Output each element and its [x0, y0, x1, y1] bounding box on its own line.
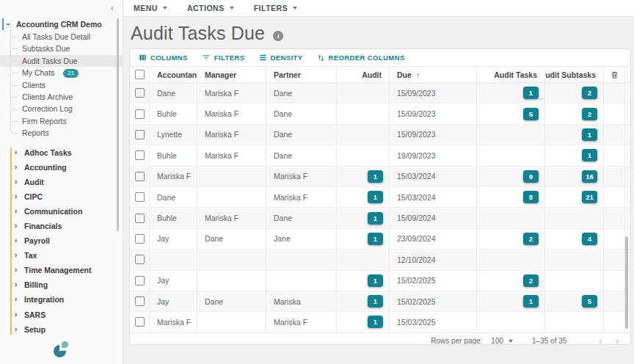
- audit-subtasks-count-badge[interactable]: 16: [582, 170, 597, 183]
- reorder-columns-button[interactable]: REORDER COLUMNS: [317, 54, 405, 62]
- column-header-manager[interactable]: Manager: [197, 67, 266, 82]
- audit-subtasks-count-badge[interactable]: 1: [582, 149, 597, 161]
- table-row[interactable]: Buhle Mariska F Dane 15/09/2023 5 2: [130, 103, 630, 124]
- audit-subtasks-count-badge[interactable]: 5: [582, 295, 597, 307]
- audit-tasks-count-badge[interactable]: 8: [523, 191, 539, 203]
- audit-count-badge[interactable]: 1: [368, 191, 383, 203]
- table-row[interactable]: Dane Mariska F 1 15/03/2024 8 21: [130, 187, 630, 208]
- column-header-delete[interactable]: [604, 67, 625, 82]
- sidebar-section[interactable]: › Communication: [0, 204, 123, 219]
- table-row[interactable]: Jay Dane Mariska 1 15/02/2025 1 5: [130, 291, 630, 312]
- table-row[interactable]: Jay 1 15/02/2025 2: [130, 271, 630, 291]
- row-checkbox[interactable]: [135, 234, 145, 244]
- sidebar-section[interactable]: › SARS: [0, 307, 123, 322]
- sidebar-section[interactable]: › Tax: [0, 248, 123, 263]
- audit-count-badge[interactable]: 1: [368, 316, 383, 328]
- audit-tasks-count-badge[interactable]: 9: [523, 170, 539, 183]
- audit-subtasks-count-badge[interactable]: 2: [582, 87, 597, 99]
- sidebar-section[interactable]: › Integration: [0, 292, 123, 307]
- table-row[interactable]: Buhle Mariska F Dane 19/09/2023 1: [130, 145, 630, 166]
- column-header-audit[interactable]: Audit: [337, 67, 390, 82]
- audit-tasks-count-badge[interactable]: 5: [523, 108, 539, 120]
- audit-tasks-count-badge[interactable]: 2: [523, 233, 539, 245]
- columns-button[interactable]: COLUMNS: [139, 54, 188, 62]
- column-header-accountant[interactable]: Accountant: [150, 67, 197, 82]
- audit-count-badge[interactable]: 1: [368, 233, 383, 245]
- next-page-button[interactable]: ›: [616, 336, 619, 345]
- sidebar-item[interactable]: Audit Tasks Due: [0, 55, 123, 67]
- row-checkbox[interactable]: [135, 88, 145, 98]
- select-all-checkbox[interactable]: [135, 70, 145, 79]
- table-row[interactable]: 12/10/2024: [130, 250, 630, 270]
- info-icon[interactable]: i: [273, 31, 283, 41]
- row-checkbox[interactable]: [135, 317, 145, 327]
- table-row[interactable]: Jay Dane Jane 1 23/09/2024 2 4: [130, 229, 630, 250]
- row-checkbox-cell: [130, 208, 150, 228]
- audit-count-badge[interactable]: 1: [368, 170, 383, 183]
- column-header-audit-tasks[interactable]: Audit Tasks: [477, 67, 545, 82]
- row-checkbox[interactable]: [135, 192, 145, 202]
- table-scrollbar[interactable]: [625, 236, 628, 329]
- sidebar-section[interactable]: › Accounting: [0, 160, 123, 175]
- sidebar-section[interactable]: › Billing: [0, 277, 123, 292]
- filters-dropdown[interactable]: FILTERS: [254, 4, 297, 12]
- manager-cell: [197, 312, 266, 332]
- sidebar-section[interactable]: › Adhoc Tasks: [0, 145, 123, 160]
- column-header-audit-subtasks[interactable]: Audit Subtasks: [545, 67, 604, 82]
- sidebar-item-label: Subtasks Due: [22, 44, 70, 53]
- row-checkbox[interactable]: [135, 109, 145, 119]
- audit-tasks-count-badge[interactable]: 1: [523, 87, 539, 99]
- audit-subtasks-count-badge[interactable]: 21: [582, 191, 597, 203]
- sidebar-section[interactable]: › CIPC: [0, 189, 123, 204]
- sidebar-item[interactable]: Correction Log: [0, 103, 123, 114]
- table-row[interactable]: Lynette Mariska F Dane 15/09/2023 1: [130, 125, 630, 145]
- sidebar-section[interactable]: › Setup: [0, 322, 123, 337]
- sidebar-item[interactable]: Firm Reports: [0, 115, 123, 127]
- table-row[interactable]: Mariska F Mariska F 1 15/03/2024 9 16: [130, 167, 630, 187]
- row-checkbox[interactable]: [135, 130, 145, 139]
- sidebar-section-label: Communication: [24, 207, 82, 216]
- audit-count-badge[interactable]: 1: [368, 274, 383, 287]
- row-checkbox[interactable]: [135, 276, 145, 285]
- sidebar-item[interactable]: Subtasks Due: [0, 43, 123, 54]
- table-row[interactable]: Dane Mariska F Dane 15/09/2023 1 2: [130, 83, 630, 103]
- audit-tasks-count-badge[interactable]: 1: [523, 295, 539, 307]
- filters-button[interactable]: FILTERS: [202, 54, 245, 62]
- column-header-due[interactable]: Due ↑: [390, 67, 477, 82]
- table-row[interactable]: Buhle Mariska F Dane 1 15/09/2024: [130, 208, 630, 228]
- sidebar-item[interactable]: My Chats 21: [0, 67, 123, 79]
- audit-count-badge[interactable]: 1: [368, 212, 383, 225]
- sidebar-item[interactable]: Clients: [0, 79, 123, 91]
- row-checkbox[interactable]: [135, 214, 145, 223]
- rows-per-page-select[interactable]: 100: [491, 337, 513, 345]
- audit-subtasks-count-badge[interactable]: 4: [582, 233, 597, 245]
- topbar: MENU ACTIONS FILTERS: [123, 0, 634, 17]
- sidebar-root-item[interactable]: › Accounting CRM Demo: [0, 18, 123, 31]
- audit-subtasks-count-badge[interactable]: 1: [582, 128, 597, 141]
- sidebar-item[interactable]: Reports: [0, 127, 123, 139]
- column-header-partner[interactable]: Partner: [266, 67, 337, 82]
- audit-count-badge[interactable]: 1: [368, 295, 383, 307]
- sidebar-section[interactable]: › Audit: [0, 175, 123, 189]
- sidebar-item[interactable]: All Tasks Due Detail: [0, 31, 123, 43]
- row-checkbox[interactable]: [135, 150, 145, 160]
- audit-cell: 1: [337, 187, 390, 207]
- sidebar-section[interactable]: › Financials: [0, 219, 123, 233]
- audit-subtasks-count-badge[interactable]: 2: [582, 108, 597, 120]
- row-checkbox[interactable]: [135, 255, 145, 264]
- sidebar-section[interactable]: › Time Management: [0, 263, 123, 277]
- previous-page-button[interactable]: ‹: [599, 336, 602, 345]
- actions-dropdown[interactable]: ACTIONS: [187, 4, 234, 12]
- table-row[interactable]: Mariska F Mariska F 1 15/03/2025: [130, 312, 630, 332]
- audit-tasks-count-badge[interactable]: 2: [523, 274, 539, 287]
- sidebar-collapse-icon[interactable]: ‹: [111, 1, 114, 15]
- sidebar-section-label: Adhoc Tasks: [24, 148, 72, 157]
- sidebar-item[interactable]: Clients Archive: [0, 91, 123, 103]
- row-checkbox[interactable]: [135, 172, 145, 181]
- menu-dropdown[interactable]: MENU: [134, 4, 167, 12]
- row-checkbox[interactable]: [135, 296, 145, 306]
- density-button[interactable]: DENSITY: [259, 54, 303, 62]
- sidebar-section[interactable]: › Payroll: [0, 233, 123, 248]
- due-cell: 15/02/2025: [390, 271, 477, 291]
- sidebar-scrollbar[interactable]: [117, 18, 119, 231]
